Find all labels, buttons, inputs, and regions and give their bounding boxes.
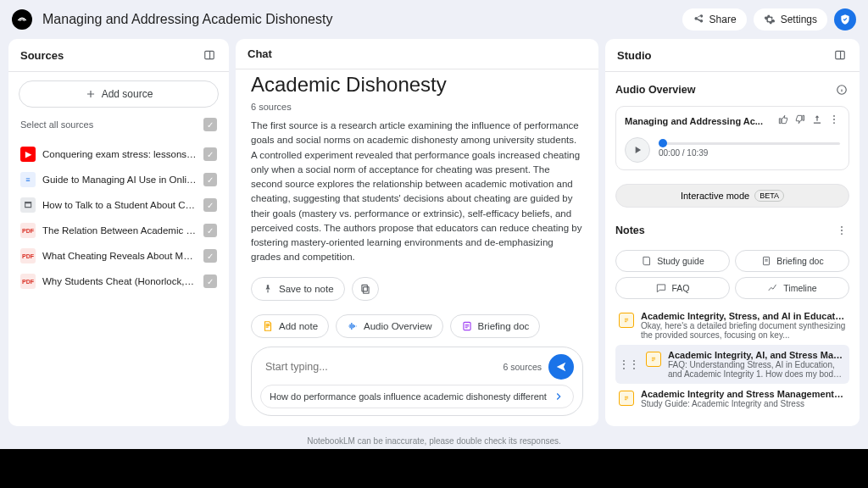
chat-panel: Chat Academic Dishonesty 6 sources The f… — [236, 39, 598, 426]
note-item[interactable]: Academic Integrity and Stress Management… — [615, 384, 849, 413]
note-item[interactable]: Academic Integrity, Stress, and AI in Ed… — [615, 306, 849, 345]
note-doc-icon — [646, 352, 661, 367]
audio-overview-button[interactable]: Audio Overview — [336, 314, 443, 338]
share-button[interactable]: Share — [682, 8, 747, 30]
thumbs-down-button[interactable] — [794, 114, 806, 129]
note-title: Academic Integrity and Stress Management… — [641, 389, 846, 399]
source-item[interactable]: ≡Guide to Managing AI Use in Online ...✓ — [19, 167, 219, 192]
audio-clip-title: Managing and Addressing Ac... — [625, 116, 772, 126]
note-doc-icon — [619, 391, 634, 406]
note-title: Academic Integrity, Stress, and AI in Ed… — [641, 311, 846, 321]
thumbs-up-button[interactable] — [777, 114, 789, 129]
source-checkbox[interactable]: ✓ — [203, 173, 217, 186]
note-subtitle: Okay, here's a detailed briefing documen… — [641, 321, 846, 340]
save-to-note-button[interactable]: Save to note — [251, 277, 345, 301]
audio-info-button[interactable] — [834, 82, 849, 97]
yt-source-icon: ▶ — [20, 147, 36, 162]
timeline-icon — [767, 282, 779, 294]
sources-panel: Sources Add source Select all sources ✓ … — [8, 39, 229, 426]
notes-section-title: Notes — [615, 223, 645, 238]
doc-source-icon: ≡ — [20, 172, 36, 187]
svg-point-9 — [833, 119, 835, 120]
share-label: Share — [709, 14, 737, 25]
source-label: How to Talk to a Student About Chea... — [42, 200, 197, 210]
briefing-doc-button[interactable]: Briefing doc — [450, 314, 541, 338]
page-title: Managing and Addressing Academic Dishone… — [42, 12, 672, 27]
add-note-label: Add note — [279, 321, 318, 331]
plus-icon — [85, 88, 97, 100]
studio-panel: Studio Audio Overview Managing and Addre… — [605, 39, 860, 426]
source-item[interactable]: ▶Conquering exam stress: lessons fro...✓ — [19, 141, 219, 167]
study-guide-chip[interactable]: Study guide — [615, 250, 730, 272]
source-checkbox[interactable]: ✓ — [203, 249, 217, 263]
svg-point-13 — [841, 233, 843, 235]
faq-chip[interactable]: FAQ — [615, 277, 730, 299]
timeline-chip[interactable]: Timeline — [735, 277, 849, 299]
save-to-note-label: Save to note — [279, 284, 334, 294]
doc-icon — [760, 255, 772, 267]
audio-more-button[interactable] — [828, 114, 840, 129]
waveform-icon — [347, 320, 359, 332]
svg-rect-2 — [363, 286, 368, 293]
briefing-doc-label: Briefing doc — [478, 321, 530, 331]
add-source-button[interactable]: Add source — [19, 80, 219, 108]
pin-icon — [262, 283, 274, 295]
more-vert-icon — [828, 114, 840, 125]
audio-overview-label: Audio Overview — [364, 321, 432, 331]
note-item[interactable]: ⋮⋮Academic Integrity, AI, and Stress Man… — [615, 345, 849, 384]
select-all-label: Select all sources — [20, 119, 93, 130]
sources-list: ▶Conquering exam stress: lessons fro...✓… — [19, 141, 219, 294]
suggestion-chip[interactable]: How do performance goals influence acade… — [260, 385, 574, 408]
thumbs-up-icon — [777, 114, 789, 125]
chat-input-area: 6 sources How do performance goals influ… — [251, 347, 583, 416]
studio-collapse-button[interactable] — [832, 47, 848, 63]
gear-icon — [764, 14, 776, 25]
play-icon — [632, 144, 643, 156]
chat-icon — [655, 282, 667, 294]
source-checkbox[interactable]: ✓ — [203, 274, 217, 288]
source-checkbox[interactable]: ✓ — [203, 224, 217, 237]
source-item[interactable]: PDFThe Relation Between Academic Mot...✓ — [19, 218, 219, 243]
chat-heading: Academic Dishonesty — [251, 73, 583, 97]
sources-title: Sources — [20, 49, 64, 62]
audio-card: Managing and Addressing Ac... 00:00 / 10… — [615, 106, 849, 170]
sources-collapse-button[interactable] — [202, 47, 217, 63]
input-sources-count: 6 sources — [503, 362, 542, 372]
pdf-source-icon: PDF — [20, 223, 36, 238]
source-item[interactable]: PDFWhy Students Cheat (Honorlock, 202...… — [19, 269, 219, 294]
panel-icon — [834, 49, 846, 61]
svg-point-12 — [841, 230, 843, 231]
play-button[interactable] — [625, 137, 650, 163]
source-label: Why Students Cheat (Honorlock, 202... — [42, 276, 197, 286]
audio-progress[interactable]: 00:00 / 10:39 — [659, 142, 840, 158]
source-item[interactable]: PDFWhat Cheating Reveals About Morali...… — [19, 243, 219, 269]
book-icon — [641, 255, 653, 267]
drag-handle[interactable]: ⋮⋮ — [619, 358, 639, 370]
note-subtitle: Study Guide: Academic Integrity and Stre… — [641, 399, 846, 408]
add-note-button[interactable]: Add note — [251, 314, 329, 338]
studio-title: Studio — [617, 49, 651, 62]
send-button[interactable] — [548, 354, 574, 380]
chat-input[interactable] — [260, 358, 496, 376]
settings-button[interactable]: Settings — [754, 8, 827, 30]
app-logo — [12, 9, 32, 30]
source-checkbox[interactable]: ✓ — [203, 198, 217, 212]
topbar: Managing and Addressing Academic Dishone… — [0, 0, 868, 39]
audio-overview-section-title: Audio Overview — [615, 84, 695, 96]
copy-button[interactable] — [352, 277, 379, 301]
svg-point-8 — [833, 115, 835, 117]
briefing-doc-chip[interactable]: Briefing doc — [735, 250, 849, 272]
upload-icon — [811, 114, 823, 125]
note-title: Academic Integrity, AI, and Stress Manag… — [668, 350, 846, 360]
source-item[interactable]: 🗔How to Talk to a Student About Chea...✓ — [19, 192, 219, 218]
source-checkbox[interactable]: ✓ — [203, 147, 217, 161]
pdf-source-icon: PDF — [20, 274, 36, 289]
account-shield-icon[interactable] — [834, 8, 856, 30]
share-audio-button[interactable] — [811, 114, 823, 129]
source-label: What Cheating Reveals About Morali... — [42, 251, 197, 261]
interactive-mode-button[interactable]: Interactive mode BETA — [615, 184, 849, 208]
note-subtitle: FAQ: Understanding Stress, AI in Educati… — [668, 360, 846, 379]
beta-badge: BETA — [754, 190, 784, 202]
select-all-checkbox[interactable]: ✓ — [203, 118, 217, 131]
notes-more-button[interactable] — [834, 223, 849, 238]
